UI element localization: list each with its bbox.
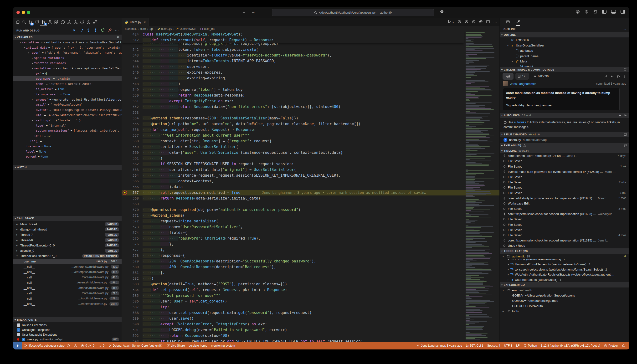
close-tab-icon[interactable]: ×	[144, 20, 146, 24]
status-item[interactable]	[72, 344, 79, 347]
callstack-frame[interactable]: __call__…/root/middleware.py318:1	[13, 301, 122, 306]
todos-section-header[interactable]: ▾TODOS: FLAT (39)	[500, 248, 629, 254]
code-line[interactable]: 566············).data	[122, 184, 500, 190]
step-into-icon[interactable]	[86, 28, 90, 33]
variables-row[interactable]: ▾serializer=<authentik.core.api.users.Se…	[13, 40, 122, 45]
callstack-frame[interactable]: __call__…/core/middleware.py48:1	[13, 274, 122, 280]
status-item[interactable]: Ln 567, Col 1	[464, 344, 485, 347]
code-line[interactable]: 556····def user_me(self, request: Reques…	[122, 127, 500, 132]
status-item[interactable]: Python	[522, 344, 539, 347]
todo-file[interactable]: ▸TSUserInterface.ts (web/src/user)1	[500, 277, 629, 282]
variables-row[interactable]: ▸'settings'={'locale': ''}	[13, 118, 122, 123]
gear-icon[interactable]	[624, 114, 627, 117]
variables-row[interactable]: len()=1	[13, 138, 122, 144]
run-python-file-icon[interactable]	[448, 20, 451, 24]
variables-row[interactable]: parent=None	[13, 154, 122, 160]
code-line[interactable]: 552················return Response(data=…	[122, 104, 500, 110]
go-env-var[interactable]: GOTOOLCHAIN=auto	[500, 303, 629, 308]
variables-row[interactable]: 'username'='akadmin'	[13, 76, 122, 82]
code-line[interactable]: 561········)	[122, 156, 500, 161]
variables-row[interactable]: ▾initial_data={'user': {'pk': 6, 'userna…	[13, 45, 122, 50]
commit-sha[interactable]: f285096	[533, 74, 548, 78]
record-icon[interactable]	[465, 20, 468, 24]
code-line[interactable]: 593········if user.pk == request.user.pk…	[122, 338, 500, 342]
timeline-item[interactable]: File Saved2 wks	[500, 180, 629, 185]
code-line[interactable]: 570····@permission_required(obj_perm="au…	[122, 207, 500, 213]
go-env-var[interactable]: GOENV=~/Library/Application Support/go/e…	[500, 293, 629, 298]
jira-link[interactable]: Jira iss​ues	[572, 120, 586, 124]
variables-row[interactable]: 'avatar'='data:image/svg+xml;base64,PHN2…	[13, 107, 122, 112]
callstack-frame[interactable]: __call__…/enterprise/middleware.py39:1	[13, 264, 122, 269]
breadcrumb-item[interactable]: core	[140, 27, 146, 30]
breadcrumb-item[interactable]: UserViewSet	[176, 27, 196, 30]
activity-connections-icon[interactable]	[92, 18, 98, 26]
variables-row[interactable]: ▸function variables	[13, 60, 122, 66]
activity-search-icon[interactable]	[21, 18, 28, 26]
callstack-thread[interactable]: ▸Thread-6PAUSED	[13, 238, 122, 243]
code-line[interactable]: 580············400: OpenApiResponse(desc…	[122, 264, 500, 270]
code-line[interactable]: 571····@extend_schema(	[122, 213, 500, 218]
status-item[interactable]: Prettier	[602, 344, 620, 347]
explain-ai-section-header[interactable]: ▸EXPLAIN (AI)	[500, 143, 629, 148]
callstack-frame[interactable]: user_meusers.py567:1	[13, 259, 122, 264]
variables-row[interactable]: ▾'user'={'pk': 6, 'username': 'akadmin',…	[13, 50, 122, 56]
go-env-var[interactable]: GOMOD=~/dev/authentik/go.mod	[500, 298, 629, 303]
code-line[interactable]: 549················response["token"] = t…	[122, 87, 500, 92]
activity-extensions-icon[interactable]	[53, 18, 60, 26]
toggle-panel-icon[interactable]	[611, 10, 616, 14]
code-line[interactable]: 568········return Response(data=serializ…	[122, 196, 500, 201]
customize-layout-icon[interactable]	[593, 10, 597, 14]
code-line[interactable]: 559········serializer = SessionUserSeria…	[122, 144, 500, 150]
status-item[interactable]: LF	[514, 344, 522, 347]
variables-row[interactable]: ▸serializer=<authentik.core.api.users.Us…	[13, 66, 122, 71]
command-center[interactable]: ~/dev/authentik/authentik/core/api/users…	[272, 9, 434, 16]
pin-icon[interactable]	[604, 74, 608, 78]
gitlens-inspect-tab-icon[interactable]	[506, 18, 510, 26]
refresh-icon[interactable]	[623, 68, 627, 72]
timeline-item[interactable]: File Saved	[500, 158, 629, 164]
code-line[interactable]: 558········context: dict[str, Request] =…	[122, 138, 500, 144]
code-line[interactable]: 563············serializer.initial_data["…	[122, 167, 500, 172]
code-line[interactable]: 562········if SESSION_KEY_IMPERSONATE_US…	[122, 161, 500, 167]
callstack-thread[interactable]: ▸ThreadPoolExecutor-0_0PAUSED	[13, 243, 122, 248]
code-line[interactable]: 551············except IntegrityError as …	[122, 98, 500, 104]
outline-item[interactable]: parent_name	[500, 54, 629, 59]
timeline-item[interactable]: File Saved1 wk	[500, 164, 629, 169]
breadcrumb-item[interactable]: api	[150, 27, 153, 30]
breakpoint-row[interactable]: ✓users.pyauthentik/core/api567	[13, 337, 122, 342]
todo-file[interactable]: ▸TSHorizontalFormElement.ts (web/src/ele…	[500, 262, 629, 267]
breakpoint-row[interactable]: ✓Uncaught Exceptions	[13, 328, 122, 332]
timeline-item[interactable]: core: add ability to provide reason for …	[500, 196, 629, 201]
todo-file[interactable]: ▸TSak-search-select-view.ts (web/src/ele…	[500, 267, 629, 272]
code-line[interactable]: 545····················user=user,	[122, 64, 500, 70]
timeline-item[interactable]: Workspace Edit	[500, 201, 629, 206]
diamond-icon[interactable]: ◆	[619, 114, 621, 117]
timeline-item[interactable]: File Saved	[500, 174, 629, 180]
todo-file[interactable]: ▸TSForm.ts (web/src/elements/forms)1	[500, 259, 629, 262]
toggle-secondary-sidebar-icon[interactable]	[620, 10, 625, 14]
code-line[interactable]: 564················instance=request._req…	[122, 172, 500, 178]
activity-run-menu-icon[interactable]	[85, 18, 92, 26]
more-actions-icon[interactable]: ⋯	[624, 28, 626, 31]
activity-run-and-debug-icon[interactable]: 1	[40, 18, 47, 26]
minimap[interactable]	[464, 32, 500, 342]
code-editor[interactable]: ··················response["group_pk"] =…	[122, 32, 500, 342]
code-line[interactable]: 577········),	[122, 247, 500, 253]
code-line[interactable]: 582····)	[122, 276, 500, 281]
activity-testing-icon[interactable]	[47, 18, 53, 26]
checkbox[interactable]: ✓	[17, 328, 20, 332]
code-line[interactable]: 424class UserViewSet(UsedByMixin, ModelV…	[122, 32, 464, 37]
back-icon[interactable]	[610, 74, 614, 78]
variables-row[interactable]: 'email'='root@example.com'	[13, 102, 122, 108]
autolinks-section-header[interactable]: ▾AUTOLINKS 0 found ◆	[500, 113, 629, 118]
code-line[interactable]: 553	[122, 110, 500, 115]
gitlens-changes-tab[interactable]: 12±	[516, 73, 529, 80]
code-line[interactable]: 584····def set_password(self, request: R…	[122, 287, 500, 293]
status-item[interactable]: Debug: Attach Server Core (authentik)	[106, 344, 164, 347]
code-line[interactable]: 592············return Response(status=40…	[122, 333, 500, 338]
checkbox[interactable]	[17, 333, 20, 336]
variables-row[interactable]: 'is_superuser'=True	[13, 92, 122, 97]
breakpoint-row[interactable]: Raised Exceptions	[13, 323, 122, 328]
timeline-item[interactable]: core: fix permission check for scoped im…	[500, 212, 629, 217]
view-mode-icon[interactable]	[624, 133, 627, 136]
